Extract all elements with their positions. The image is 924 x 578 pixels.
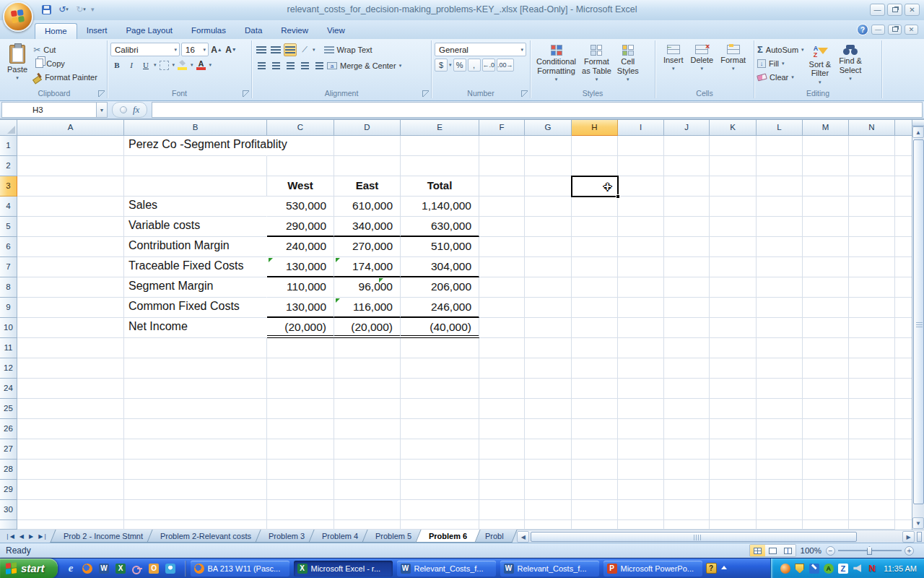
cell-H30[interactable] [572, 500, 618, 520]
east-value-cell-D5[interactable]: 340,000 [334, 217, 401, 237]
cell-K26[interactable] [710, 419, 757, 439]
alignment-dialog-launcher[interactable] [422, 90, 429, 97]
cell-C2[interactable] [267, 156, 334, 176]
east-value-cell-D9[interactable]: 116,000 [334, 298, 401, 318]
cell-C26[interactable] [267, 419, 334, 439]
row-header-1[interactable]: 1 [0, 136, 17, 156]
column-header-C[interactable]: C [267, 120, 334, 136]
row-header-8[interactable]: 8 [0, 277, 17, 298]
east-value-cell-D7[interactable]: 174,000 [334, 257, 401, 277]
cell-J5[interactable] [664, 217, 710, 237]
cell-F11[interactable] [479, 338, 525, 358]
cell-I8[interactable] [618, 277, 664, 298]
cell-H2[interactable] [572, 156, 618, 176]
cell-F29[interactable] [479, 480, 525, 500]
cell-B26[interactable] [124, 419, 267, 439]
cell-N27[interactable] [849, 439, 895, 460]
cell-L8[interactable] [757, 277, 803, 298]
cell-J3[interactable] [664, 176, 710, 197]
vertical-scrollbar[interactable]: ▲ ▼ [912, 120, 924, 530]
excel-icon[interactable] [115, 562, 127, 574]
row-label-cell-B7[interactable]: Traceable Fixed Costs [124, 257, 267, 277]
column-header-L[interactable]: L [757, 120, 803, 136]
cell-A9[interactable] [17, 298, 124, 318]
west-value-cell-C10[interactable]: (20,000) [267, 318, 334, 338]
cell-F25[interactable] [479, 399, 525, 419]
cell-N12[interactable] [849, 358, 895, 379]
cell-A11[interactable] [17, 338, 124, 358]
page-layout-view-button[interactable] [765, 545, 780, 556]
cell-H25[interactable] [572, 399, 618, 419]
cell-K5[interactable] [710, 217, 757, 237]
cell-F28[interactable] [479, 460, 525, 480]
underline-button[interactable]: U [139, 59, 152, 72]
first-sheet-button[interactable]: ❘◀ [3, 532, 17, 541]
insert-cells-button[interactable]: Insert▾ [661, 43, 687, 87]
cell-L5[interactable] [757, 217, 803, 237]
cell-F8[interactable] [479, 277, 525, 298]
total-value-cell-E6[interactable]: 510,000 [401, 237, 479, 257]
row-header-30[interactable]: 30 [0, 500, 17, 520]
west-value-cell-C7[interactable]: 130,000 [267, 257, 334, 277]
clear-button[interactable]: Clear▾ [757, 70, 804, 84]
cell-E12[interactable] [401, 358, 479, 379]
cell-K11[interactable] [710, 338, 757, 358]
cell-J7[interactable] [664, 257, 710, 277]
delete-cells-button[interactable]: Delete▾ [687, 43, 716, 87]
normal-view-button[interactable] [750, 545, 765, 556]
cell-G12[interactable] [525, 358, 572, 379]
west-value-cell-C9[interactable]: 130,000 [267, 298, 334, 318]
select-all-corner[interactable] [0, 120, 17, 136]
cell-J4[interactable] [664, 197, 710, 217]
cell-F5[interactable] [479, 217, 525, 237]
cell-E2[interactable] [401, 156, 479, 176]
cell-M1[interactable] [803, 136, 849, 156]
cell-N25[interactable] [849, 399, 895, 419]
cell-K29[interactable] [710, 480, 757, 500]
cell-N24[interactable] [849, 379, 895, 399]
cell-F12[interactable] [479, 358, 525, 379]
outlook-icon[interactable] [148, 562, 160, 574]
cell-H9[interactable] [572, 298, 618, 318]
cell-J25[interactable] [664, 399, 710, 419]
tab-split-handle[interactable] [917, 532, 922, 542]
row-label-cell-B9[interactable]: Common Fixed Costs [124, 298, 267, 318]
scroll-right-arrow[interactable]: ▶ [902, 531, 915, 543]
cell-C29[interactable] [267, 480, 334, 500]
header-total-cell-E3[interactable]: Total [401, 176, 479, 197]
cell-L30[interactable] [757, 500, 803, 520]
cell-M26[interactable] [803, 419, 849, 439]
total-value-cell-E4[interactable]: 1,140,000 [401, 197, 479, 217]
cell-J10[interactable] [664, 318, 710, 338]
active-cell-H3[interactable]: + [571, 176, 619, 197]
cell-B28[interactable] [124, 460, 267, 480]
merge-center-button[interactable]: aMerge & Center▾ [327, 59, 401, 72]
cell-H28[interactable] [572, 460, 618, 480]
cell-M11[interactable] [803, 338, 849, 358]
wrap-text-button[interactable]: Wrap Text [324, 43, 372, 56]
decrease-decimal-button[interactable]: .00→ [497, 59, 514, 72]
west-value-cell-C4[interactable]: 530,000 [267, 197, 334, 217]
cell-L27[interactable] [757, 439, 803, 460]
cell-G25[interactable] [525, 399, 572, 419]
total-value-cell-E7[interactable]: 304,000 [401, 257, 479, 277]
office-button[interactable] [3, 1, 33, 32]
cell-D11[interactable] [334, 338, 401, 358]
format-painter-button[interactable]: Format Painter [33, 70, 97, 84]
cell-L26[interactable] [757, 419, 803, 439]
taskbar-button-0[interactable]: BA 213 W11 (Pasc... [191, 561, 289, 577]
find-select-button[interactable]: Find & Select▾ [836, 43, 865, 87]
cell-N26[interactable] [849, 419, 895, 439]
cell-F10[interactable] [479, 318, 525, 338]
east-value-cell-D10[interactable]: (20,000) [334, 318, 401, 338]
cell-M6[interactable] [803, 237, 849, 257]
column-header-N[interactable]: N [849, 120, 895, 136]
cell-A29[interactable] [17, 480, 124, 500]
cell-H11[interactable] [572, 338, 618, 358]
cell-H7[interactable] [572, 257, 618, 277]
cell-B2[interactable] [124, 156, 267, 176]
row-header-26[interactable]: 26 [0, 419, 17, 439]
accounting-format-button[interactable]: $ [435, 59, 448, 72]
header-east-cell-D3[interactable]: East [334, 176, 401, 197]
cell-E26[interactable] [401, 419, 479, 439]
